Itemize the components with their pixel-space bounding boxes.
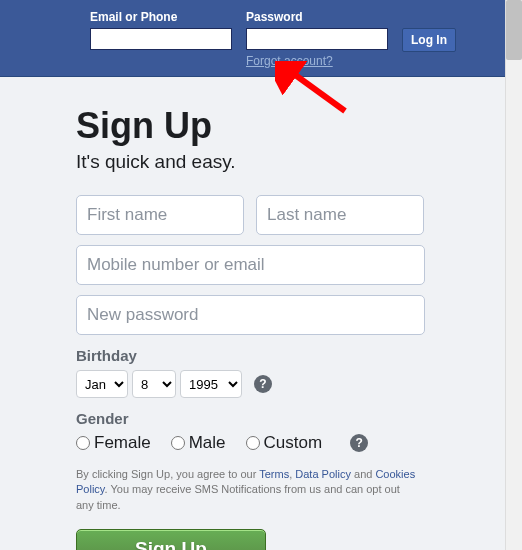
help-icon[interactable]: ? (350, 434, 368, 452)
data-policy-link[interactable]: Data Policy (295, 468, 351, 480)
terms-text: By clicking Sign Up, you agree to our Te… (76, 467, 416, 513)
gender-custom-option[interactable]: Custom (246, 433, 323, 453)
gender-male-radio[interactable] (171, 436, 185, 450)
gender-male-option[interactable]: Male (171, 433, 226, 453)
forgot-account-link[interactable]: Forgot account? (246, 54, 388, 68)
password-input[interactable] (246, 28, 388, 50)
help-icon[interactable]: ? (254, 375, 272, 393)
new-password-input[interactable] (76, 295, 425, 335)
signup-button[interactable]: Sign Up (76, 529, 266, 550)
vertical-scrollbar[interactable] (505, 0, 522, 550)
birth-day-select[interactable]: 8 (132, 370, 176, 398)
terms-link[interactable]: Terms (259, 468, 289, 480)
signup-subtitle: It's quick and easy. (76, 151, 435, 173)
gender-label: Gender (76, 410, 435, 427)
first-name-input[interactable] (76, 195, 244, 235)
gender-female-radio[interactable] (76, 436, 90, 450)
email-input[interactable] (90, 28, 232, 50)
email-label: Email or Phone (90, 10, 232, 24)
contact-input[interactable] (76, 245, 425, 285)
gender-custom-radio[interactable] (246, 436, 260, 450)
top-login-bar: Email or Phone Password Forgot account? … (0, 0, 505, 77)
birth-month-select[interactable]: Jan (76, 370, 128, 398)
last-name-input[interactable] (256, 195, 424, 235)
birthday-label: Birthday (76, 347, 435, 364)
birth-year-select[interactable]: 1995 (180, 370, 242, 398)
login-button[interactable]: Log In (402, 28, 456, 52)
gender-female-option[interactable]: Female (76, 433, 151, 453)
password-label: Password (246, 10, 388, 24)
signup-title: Sign Up (76, 105, 435, 147)
scrollbar-thumb[interactable] (506, 0, 522, 60)
